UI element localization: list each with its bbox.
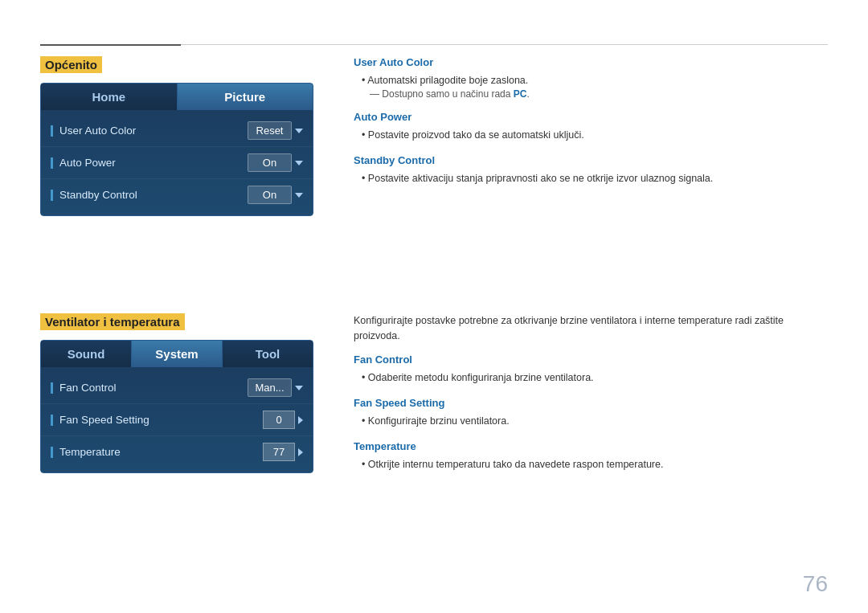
arrow-right-icon[interactable] [298, 448, 303, 456]
tab-sound[interactable]: Sound [41, 341, 132, 367]
info-bullet-user-auto-color: • Automatski prilagodite boje zaslona. [354, 72, 828, 88]
item-label-fan-speed: Fan Speed Setting [59, 414, 263, 426]
info-sub-user-auto-color: — Dostupno samo u načinu rada PC. [354, 88, 828, 100]
info-title-fan-speed: Fan Speed Setting [354, 397, 828, 409]
page-number: 76 [803, 571, 828, 597]
info-title-standby-control: Standby Control [354, 154, 828, 166]
item-bar [51, 190, 53, 201]
item-label-standby-control: Standby Control [59, 189, 248, 201]
info-auto-power: Auto Power • Postavite proizvod tako da … [354, 111, 828, 143]
section2-menu-panel: Sound System Tool Fan Control Man... Fan… [40, 340, 313, 473]
info-bullet-auto-power: • Postavite proizvod tako da se automats… [354, 127, 828, 143]
section1-info: User Auto Color • Automatski prilagodite… [354, 56, 828, 198]
menu-item-standby-control: Standby Control On [41, 179, 313, 210]
dropdown-arrow-icon[interactable] [295, 193, 303, 198]
item-bar [51, 382, 53, 394]
info-standby-control: Standby Control • Postavite aktivaciju s… [354, 154, 828, 186]
item-bar [51, 157, 53, 169]
section1-menu-items: User Auto Color Reset Auto Power On Stan… [41, 110, 313, 215]
item-bar [51, 447, 53, 458]
info-temperature: Temperature • Otkrijte internu temperatu… [354, 440, 828, 472]
item-value-standby-control: On [248, 186, 303, 204]
menu-item-fan-speed: Fan Speed Setting 0 [41, 404, 313, 436]
item-value-temperature: 77 [263, 443, 303, 461]
info-bullet-temperature: • Otkrijte internu temperaturu tako da n… [354, 456, 828, 472]
item-value-fan-control: Man... [248, 378, 303, 397]
tab-picture[interactable]: Picture [178, 84, 313, 110]
info-bullet-fan-speed: • Konfigurirajte brzinu ventilatora. [354, 413, 828, 429]
info-user-auto-color: User Auto Color • Automatski prilagodite… [354, 56, 828, 100]
section1-heading: Općenito [40, 56, 102, 73]
item-bar [51, 415, 53, 426]
section1-tabs: Home Picture [41, 84, 313, 110]
info-title-user-auto-color: User Auto Color [354, 56, 828, 68]
item-label-temperature: Temperature [59, 446, 263, 458]
highlight-pc: PC [514, 88, 527, 100]
value-reset[interactable]: Reset [248, 121, 292, 140]
info-fan-speed-setting: Fan Speed Setting • Konfigurirajte brzin… [354, 397, 828, 429]
info-title-fan-control: Fan Control [354, 353, 828, 366]
info-fan-control: Fan Control • Odaberite metodu konfiguri… [354, 353, 828, 386]
menu-item-fan-control: Fan Control Man... [41, 372, 313, 404]
value-fan-speed[interactable]: 0 [263, 411, 295, 429]
section2-tabs: Sound System Tool [41, 341, 313, 367]
tab-system[interactable]: System [132, 341, 223, 367]
info-title-temperature: Temperature [354, 440, 828, 452]
menu-item-user-auto-color: User Auto Color Reset [41, 115, 313, 147]
item-label-auto-power: Auto Power [59, 157, 248, 169]
section2-info: Konfigurirajte postavke potrebne za otkr… [354, 313, 828, 484]
item-value-auto-power: On [248, 153, 303, 172]
value-temperature[interactable]: 77 [263, 443, 295, 461]
item-bar [51, 125, 53, 137]
item-label-fan-control: Fan Control [59, 382, 248, 394]
dropdown-arrow-icon[interactable] [295, 386, 303, 390]
item-value-fan-speed: 0 [263, 411, 303, 429]
section1-menu-panel: Home Picture User Auto Color Reset Auto … [40, 83, 313, 216]
value-on-standby[interactable]: On [248, 186, 292, 204]
item-value-user-auto-color: Reset [248, 121, 303, 140]
section-ventilator: Ventilator i temperatura Sound System To… [40, 313, 378, 473]
arrow-right-icon[interactable] [298, 416, 303, 424]
dropdown-arrow-icon[interactable] [295, 129, 303, 133]
menu-item-auto-power: Auto Power On [41, 147, 313, 179]
tab-home[interactable]: Home [41, 84, 178, 110]
tab-tool[interactable]: Tool [223, 341, 313, 367]
dropdown-arrow-icon[interactable] [295, 161, 303, 166]
value-on-autopower[interactable]: On [248, 153, 292, 172]
info-bullet-fan-control: • Odaberite metodu konfiguriranja brzine… [354, 370, 828, 386]
menu-item-temperature: Temperature 77 [41, 436, 313, 468]
section2-intro: Konfigurirajte postavke potrebne za otkr… [354, 313, 828, 344]
info-bullet-standby-control: • Postavite aktivaciju stanja pripravnos… [354, 170, 828, 186]
item-label-user-auto-color: User Auto Color [59, 125, 248, 137]
top-divider-accent [40, 44, 181, 46]
info-title-auto-power: Auto Power [354, 111, 828, 123]
section2-heading: Ventilator i temperatura [40, 313, 185, 330]
section-opcenito: Općenito Home Picture User Auto Color Re… [40, 56, 378, 216]
value-fan-control[interactable]: Man... [248, 378, 292, 397]
section2-menu-items: Fan Control Man... Fan Speed Setting 0 T… [41, 367, 313, 472]
